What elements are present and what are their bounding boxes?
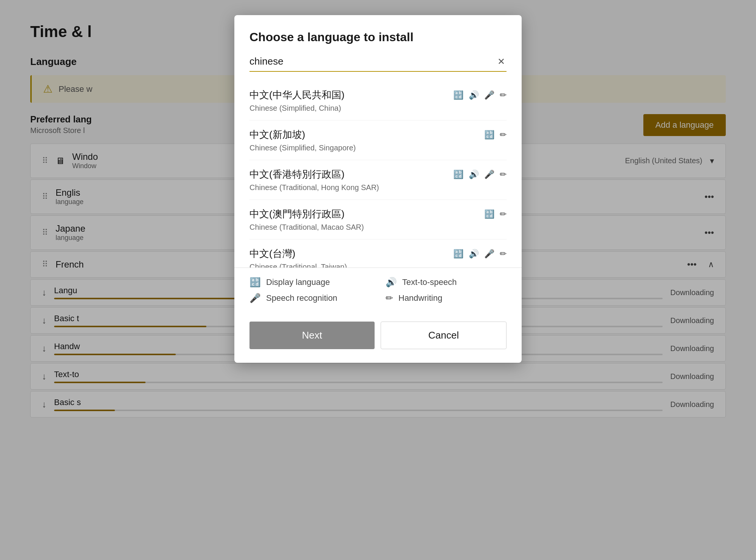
display-language-legend-icon: 🔡 [249, 277, 261, 288]
clear-search-icon[interactable]: ✕ [496, 55, 507, 68]
display-language-icon: 🔡 [453, 249, 463, 259]
modal-footer: Next Cancel [234, 312, 522, 363]
list-item[interactable]: 中文(新加坡) 🔡 ✏ Chinese (Simplified, Singapo… [249, 121, 507, 160]
language-list: 中文(中华人民共和国) 🔡 🔊 🎤 ✏ Chinese (Simplified,… [234, 81, 522, 268]
tts-icon: 🔊 [469, 249, 479, 259]
legend-handwriting: ✏ Handwriting [386, 293, 507, 303]
cancel-button[interactable]: Cancel [381, 322, 507, 349]
list-item[interactable]: 中文(中华人民共和国) 🔡 🔊 🎤 ✏ Chinese (Simplified,… [249, 81, 507, 121]
display-language-icon: 🔡 [484, 130, 494, 140]
list-item[interactable]: 中文(台灣) 🔡 🔊 🎤 ✏ Chinese (Traditional, Tai… [249, 240, 507, 268]
legend-speech: 🎤 Speech recognition [249, 293, 370, 303]
modal-overlay: Choose a language to install ✕ 中文(中华人民共和… [0, 0, 756, 560]
handwriting-icon: ✏ [500, 170, 507, 179]
legend-display: 🔡 Display language [249, 277, 370, 288]
handwriting-icon: ✏ [500, 249, 507, 259]
search-box: ✕ [249, 52, 507, 72]
display-language-icon: 🔡 [453, 90, 463, 100]
feature-legend: 🔡 Display language 🔊 Text-to-speech 🎤 Sp… [234, 268, 522, 312]
legend-display-label: Display language [266, 277, 330, 287]
display-language-icon: 🔡 [453, 170, 463, 179]
next-button[interactable]: Next [249, 322, 375, 349]
handwriting-icon: ✏ [500, 130, 507, 140]
list-item[interactable]: 中文(香港特別行政區) 🔡 🔊 🎤 ✏ Chinese (Traditional… [249, 160, 507, 200]
language-search-input[interactable] [249, 52, 496, 71]
lang-option-name: 中文(澳門特別行政區) [249, 207, 344, 221]
lang-option-sub: Chinese (Traditional, Hong Kong SAR) [249, 183, 507, 192]
legend-tts-label: Text-to-speech [402, 277, 457, 287]
tts-legend-icon: 🔊 [386, 277, 397, 288]
legend-handwriting-label: Handwriting [398, 293, 442, 303]
lang-option-name: 中文(中华人民共和国) [249, 88, 344, 102]
list-item[interactable]: 中文(澳門特別行政區) 🔡 ✏ Chinese (Traditional, Ma… [249, 200, 507, 240]
speech-legend-icon: 🎤 [249, 293, 261, 303]
handwriting-legend-icon: ✏ [386, 293, 393, 303]
legend-tts: 🔊 Text-to-speech [386, 277, 507, 288]
tts-icon: 🔊 [469, 170, 479, 179]
lang-option-sub: Chinese (Traditional, Macao SAR) [249, 223, 507, 232]
language-install-modal: Choose a language to install ✕ 中文(中华人民共和… [234, 15, 522, 363]
handwriting-icon: ✏ [500, 209, 507, 219]
lang-option-sub: Chinese (Simplified, Singapore) [249, 144, 507, 152]
lang-option-sub: Chinese (Simplified, China) [249, 104, 507, 113]
lang-option-name: 中文(香港特別行政區) [249, 168, 344, 181]
tts-icon: 🔊 [469, 90, 479, 100]
modal-title: Choose a language to install [249, 30, 507, 44]
speech-icon: 🎤 [484, 249, 494, 259]
display-language-icon: 🔡 [484, 209, 494, 219]
handwriting-icon: ✏ [500, 90, 507, 100]
modal-header: Choose a language to install ✕ [234, 15, 522, 81]
speech-icon: 🎤 [484, 170, 494, 179]
lang-option-name: 中文(新加坡) [249, 128, 305, 141]
lang-option-sub: Chinese (Traditional, Taiwan) [249, 263, 507, 268]
legend-speech-label: Speech recognition [266, 293, 337, 303]
lang-option-name: 中文(台灣) [249, 247, 295, 260]
speech-icon: 🎤 [484, 90, 494, 100]
